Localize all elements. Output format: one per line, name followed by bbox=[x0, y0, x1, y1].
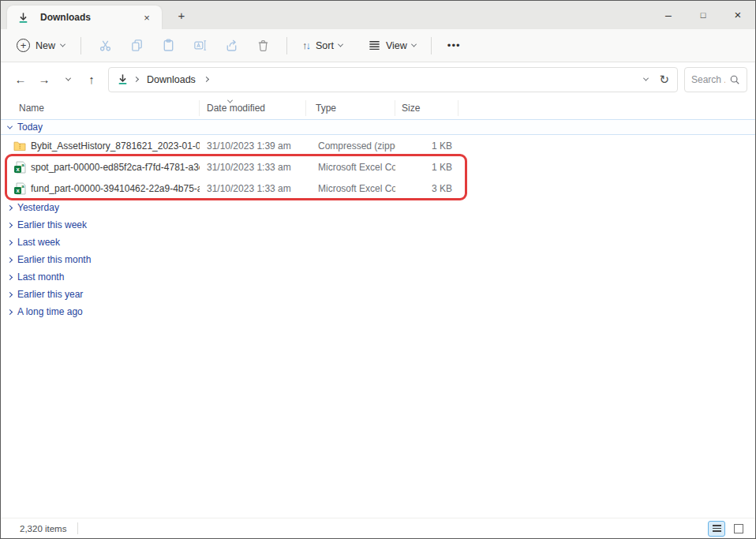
new-tab-button[interactable]: + bbox=[171, 5, 192, 25]
breadcrumb-downloads[interactable]: Downloads bbox=[144, 73, 199, 87]
minimize-button[interactable]: – bbox=[651, 1, 686, 28]
tab-title: Downloads bbox=[40, 12, 133, 23]
file-type: Microsoft Excel Com... bbox=[309, 183, 395, 194]
chevron-right-icon bbox=[7, 239, 13, 245]
downloads-icon bbox=[17, 12, 29, 24]
tab-strip: Downloads × + – □ × bbox=[1, 1, 755, 29]
chevron-down-icon bbox=[65, 76, 70, 81]
share-button[interactable] bbox=[215, 32, 247, 59]
file-row-fund-csv[interactable]: ax fund_part-00000-39410462-22a9-4b75-af… bbox=[1, 178, 755, 199]
view-lines-icon bbox=[368, 39, 381, 52]
column-header-name[interactable]: Name bbox=[13, 100, 200, 116]
search-box[interactable] bbox=[684, 67, 747, 92]
group-header-earlier-this-year[interactable]: Earlier this year bbox=[1, 286, 755, 303]
close-button[interactable]: × bbox=[720, 1, 755, 28]
file-row-bybit-zip[interactable]: Bybit_AssetHistory_8781621_2023-01-01_20… bbox=[1, 135, 755, 156]
view-button[interactable]: View bbox=[361, 33, 423, 58]
recent-locations-button[interactable] bbox=[56, 68, 80, 92]
status-divider bbox=[77, 522, 78, 534]
large-icons-view-button[interactable] bbox=[730, 521, 747, 537]
address-dropdown-icon[interactable] bbox=[643, 76, 649, 81]
chevron-right-icon bbox=[7, 256, 13, 262]
file-name: spot_part-00000-ed85f2ca-f7fd-4781-a3e6-… bbox=[31, 162, 200, 173]
tab-downloads[interactable]: Downloads × bbox=[7, 6, 162, 29]
group-header-last-month[interactable]: Last month bbox=[1, 268, 755, 286]
sort-direction-icon bbox=[228, 95, 232, 106]
scissors-icon bbox=[98, 38, 113, 53]
group-header-today[interactable]: Today bbox=[1, 119, 755, 135]
column-header-date-modified[interactable]: Date modified bbox=[200, 100, 306, 116]
search-input[interactable] bbox=[691, 74, 725, 85]
maximize-button[interactable]: □ bbox=[686, 1, 720, 28]
rename-icon bbox=[193, 38, 208, 53]
group-label: Last week bbox=[17, 237, 60, 248]
refresh-icon[interactable]: ↻ bbox=[659, 73, 669, 87]
back-button[interactable]: ← bbox=[9, 68, 32, 92]
forward-button[interactable]: → bbox=[32, 68, 56, 92]
status-bar: 2,320 items bbox=[1, 518, 755, 538]
address-bar[interactable]: Downloads ↻ bbox=[108, 67, 678, 92]
file-list: Today Bybit_AssetHistory_8781621_2023-01… bbox=[1, 119, 755, 518]
column-header-type[interactable]: Type bbox=[306, 100, 395, 116]
breadcrumb-chevron-icon bbox=[133, 77, 139, 82]
chevron-down-icon bbox=[60, 42, 65, 47]
view-button-label: View bbox=[386, 40, 407, 51]
new-button-label: New bbox=[36, 40, 55, 51]
chevron-right-icon bbox=[7, 309, 13, 314]
trash-icon bbox=[256, 38, 271, 53]
chevron-right-icon bbox=[7, 204, 13, 210]
file-name: Bybit_AssetHistory_8781621_2023-01-01_20… bbox=[31, 140, 200, 152]
group-header-earlier-this-week[interactable]: Earlier this week bbox=[1, 216, 755, 234]
copy-icon bbox=[129, 38, 144, 53]
file-explorer-window: Downloads × + – □ × + New bbox=[0, 0, 756, 539]
details-view-button[interactable] bbox=[708, 521, 725, 537]
file-size: 3 KB bbox=[395, 183, 452, 194]
group-header-last-week[interactable]: Last week bbox=[1, 234, 755, 251]
toolbar-divider bbox=[80, 37, 81, 54]
file-name: fund_part-00000-39410462-22a9-4b75-afb1-… bbox=[31, 183, 200, 194]
breadcrumb-chevron-icon bbox=[204, 77, 209, 82]
toolbar-divider bbox=[431, 37, 432, 54]
up-button[interactable]: ↑ bbox=[80, 68, 103, 92]
items-count: 2,320 items bbox=[20, 524, 66, 533]
copy-button[interactable] bbox=[121, 32, 152, 59]
file-type: Microsoft Excel Com... bbox=[309, 162, 395, 173]
file-date: 31/10/2023 1:33 am bbox=[200, 183, 309, 194]
file-type: Compressed (zipped)... bbox=[309, 140, 395, 152]
see-more-button[interactable]: ••• bbox=[440, 39, 469, 51]
file-row-spot-csv[interactable]: ax spot_part-00000-ed85f2ca-f7fd-4781-a3… bbox=[1, 156, 755, 178]
large-icons-view-icon bbox=[734, 524, 743, 533]
clipboard-icon bbox=[161, 38, 176, 53]
chevron-down-icon bbox=[411, 42, 417, 47]
delete-button[interactable] bbox=[247, 32, 279, 59]
chevron-right-icon bbox=[7, 291, 13, 297]
group-label: A long time ago bbox=[17, 306, 83, 317]
group-label: Yesterday bbox=[17, 202, 59, 213]
column-header-size[interactable]: Size bbox=[395, 100, 458, 116]
file-size: 1 KB bbox=[395, 140, 452, 152]
paste-button[interactable] bbox=[152, 32, 184, 59]
chevron-down-icon bbox=[7, 123, 13, 129]
chevron-down-icon bbox=[338, 42, 343, 47]
excel-csv-icon: ax bbox=[13, 182, 26, 195]
share-icon bbox=[224, 38, 239, 53]
excel-csv-icon: ax bbox=[13, 161, 26, 174]
new-button[interactable]: + New bbox=[9, 33, 73, 58]
command-toolbar: + New ↑↓ Sort View bbox=[1, 29, 755, 62]
window-controls: – □ × bbox=[651, 1, 755, 28]
sort-button-label: Sort bbox=[316, 40, 334, 51]
plus-circle-icon: + bbox=[17, 39, 30, 52]
navigation-bar: ← → ↑ Downloads ↻ bbox=[1, 62, 755, 96]
rename-button[interactable] bbox=[184, 32, 215, 59]
group-label: Last month bbox=[17, 271, 64, 283]
group-header-earlier-this-month[interactable]: Earlier this month bbox=[1, 251, 755, 268]
chevron-right-icon bbox=[7, 222, 13, 227]
cut-button[interactable] bbox=[89, 32, 121, 59]
tab-close-icon[interactable]: × bbox=[140, 10, 154, 24]
group-header-a-long-time-ago[interactable]: A long time ago bbox=[1, 303, 755, 320]
sort-button[interactable]: ↑↓ Sort bbox=[295, 33, 350, 58]
group-header-yesterday[interactable]: Yesterday bbox=[1, 199, 755, 216]
group-label: Earlier this week bbox=[17, 219, 87, 230]
group-label: Earlier this month bbox=[17, 254, 91, 265]
file-date: 31/10/2023 1:33 am bbox=[200, 162, 309, 173]
